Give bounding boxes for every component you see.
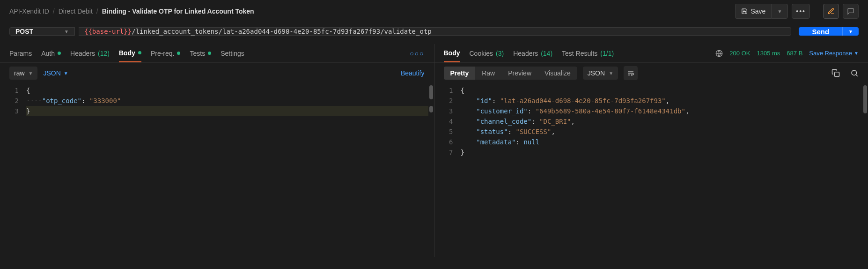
comment-icon <box>847 7 854 15</box>
chevron-down-icon: ▼ <box>609 71 613 76</box>
response-size: 687 B <box>787 50 802 57</box>
body-lang-label: JSON <box>43 69 60 77</box>
tab-label: Tests <box>190 50 205 57</box>
body-lang-select[interactable]: JSON ▼ <box>43 69 68 77</box>
chevron-down-icon: ▼ <box>64 29 69 34</box>
view-raw[interactable]: Raw <box>475 67 501 80</box>
pencil-icon <box>827 7 835 15</box>
url-variable: {{base-url}} <box>84 28 132 35</box>
url-input[interactable]: {{base-url}}/linked_account_tokens/lat-a… <box>79 27 791 36</box>
edit-button[interactable] <box>823 4 839 19</box>
view-preview[interactable]: Preview <box>501 67 538 80</box>
body-type-label: raw <box>14 69 25 77</box>
response-pane: Body Cookies (3) Headers (14) Test Resul… <box>434 44 868 257</box>
url-path: /linked_account_tokens/lat-a26ad044-d698… <box>132 28 432 35</box>
send-dropdown[interactable]: ▼ <box>842 27 859 36</box>
tab-resp-cookies[interactable]: Cookies (3) <box>470 44 504 62</box>
chevron-down-icon: ▼ <box>64 71 68 76</box>
tab-prereq[interactable]: Pre-req. <box>151 44 181 62</box>
tab-params[interactable]: Params <box>9 44 32 62</box>
breadcrumb-sep: / <box>53 7 55 15</box>
save-button[interactable]: Save <box>735 4 771 19</box>
status-dot-icon <box>208 52 211 55</box>
tab-label: Cookies <box>470 50 493 57</box>
chevron-down-icon: ▼ <box>854 51 859 56</box>
search-icon <box>850 69 859 77</box>
method-label: POST <box>15 28 33 35</box>
more-icon: ••• <box>796 7 806 15</box>
code-content: { "id": "lat-a26ad044-d698-4e20-85fc-7d9… <box>461 85 868 255</box>
body-type-select[interactable]: raw ▼ <box>9 67 37 80</box>
tab-body[interactable]: Body <box>119 44 141 62</box>
chevron-down-icon: ▼ <box>29 71 33 76</box>
topbar-actions: Save ▼ ••• <box>735 4 859 19</box>
method-select[interactable]: POST ▼ <box>9 27 75 36</box>
send-button[interactable]: Send <box>799 27 842 36</box>
tab-resp-body[interactable]: Body <box>444 44 460 62</box>
status-dot-icon <box>177 52 180 55</box>
response-lang-select[interactable]: JSON ▼ <box>583 67 618 80</box>
tab-resp-tests[interactable]: Test Results (1/1) <box>562 44 614 62</box>
svg-rect-4 <box>835 72 839 77</box>
comments-button[interactable] <box>843 4 859 19</box>
tab-auth[interactable]: Auth <box>41 44 61 62</box>
save-dropdown[interactable]: ▼ <box>771 4 788 19</box>
status-dot-icon <box>138 51 141 54</box>
save-response-label: Save Response <box>809 50 852 57</box>
response-meta: 200 OK 1305 ms 687 B Save Response ▼ <box>715 50 859 57</box>
wrap-icon <box>627 69 634 77</box>
more-icon: ○○○ <box>410 50 424 57</box>
beautify-button[interactable]: Beautify <box>401 69 425 77</box>
status-code: 200 OK <box>729 50 750 57</box>
line-gutter: 123 <box>0 85 26 255</box>
tab-count: (14) <box>541 50 552 57</box>
tab-label: Headers <box>513 50 538 57</box>
tab-tests[interactable]: Tests <box>190 44 211 62</box>
network-icon[interactable] <box>715 50 723 57</box>
response-body-toolbar: Pretty Raw Preview Visualize JSON ▼ <box>434 63 868 83</box>
line-gutter: 1234567 <box>434 85 461 255</box>
scrollbar-thumb[interactable] <box>429 106 433 112</box>
view-visualize[interactable]: Visualize <box>538 67 577 80</box>
save-response-button[interactable]: Save Response ▼ <box>809 50 859 57</box>
copy-button[interactable] <box>831 69 840 77</box>
tab-count: (1/1) <box>600 50 614 57</box>
scrollbar-thumb[interactable] <box>863 85 867 113</box>
svg-line-6 <box>856 75 857 76</box>
chevron-down-icon: ▼ <box>777 9 782 14</box>
topbar: API-Xendit ID / Direct Debit / Binding -… <box>0 0 868 22</box>
tab-count: (3) <box>496 50 504 57</box>
search-button[interactable] <box>850 69 859 77</box>
url-bar: POST ▼ {{base-url}}/linked_account_token… <box>0 22 868 44</box>
tab-resp-headers[interactable]: Headers (14) <box>513 44 552 62</box>
main-panes: Params Auth Headers (12) Body Pre-req. T… <box>0 44 868 257</box>
view-pretty[interactable]: Pretty <box>444 67 476 80</box>
svg-point-5 <box>852 70 857 75</box>
request-body-editor[interactable]: 123 {····"otp_code": "333000"} <box>0 83 434 257</box>
tab-label: Body <box>119 49 135 57</box>
tab-label: Test Results <box>562 50 597 57</box>
tab-label: Auth <box>41 50 55 57</box>
request-more-button[interactable]: ○○○ <box>410 50 424 57</box>
response-tabs: Body Cookies (3) Headers (14) Test Resul… <box>434 44 868 63</box>
save-button-label: Save <box>750 7 765 15</box>
breadcrumb-item[interactable]: API-Xendit ID <box>9 7 49 15</box>
response-lang-label: JSON <box>588 69 605 77</box>
save-icon <box>741 8 748 15</box>
request-pane: Params Auth Headers (12) Body Pre-req. T… <box>0 44 434 257</box>
tab-settings[interactable]: Settings <box>221 44 244 62</box>
save-button-group: Save ▼ <box>735 4 788 19</box>
scrollbar-thumb[interactable] <box>429 85 433 99</box>
breadcrumb-item[interactable]: Direct Debit <box>59 7 93 15</box>
wrap-lines-button[interactable] <box>624 66 638 80</box>
tab-headers[interactable]: Headers (12) <box>70 44 110 62</box>
tab-count: (12) <box>98 50 110 57</box>
status-dot-icon <box>58 52 61 55</box>
send-button-group: Send ▼ <box>799 27 859 36</box>
more-actions-button[interactable]: ••• <box>792 4 810 19</box>
copy-icon <box>831 69 840 77</box>
response-body-editor[interactable]: 1234567 { "id": "lat-a26ad044-d698-4e20-… <box>434 83 868 257</box>
code-content[interactable]: {····"otp_code": "333000"} <box>26 85 434 255</box>
breadcrumb: API-Xendit ID / Direct Debit / Binding -… <box>9 7 254 15</box>
breadcrumb-item-active[interactable]: Binding - Validate OTP for Linked Accoun… <box>102 7 254 15</box>
